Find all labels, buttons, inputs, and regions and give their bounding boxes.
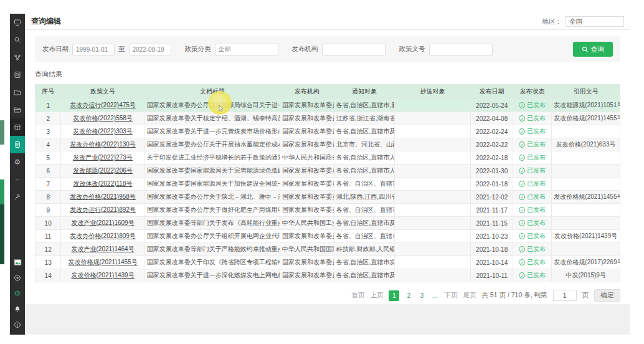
table-row[interactable]: 14 发改价格(2021)1439号 国家发展改革委关于进一步深化燃煤发电上网电… [36,269,620,282]
published-check-icon [519,272,525,279]
cell-doc-no: 发改办运行(2021)892号 [61,204,144,217]
table-row[interactable]: 8 发改办价格(2021)958号 国家发展改革委办公厅关于陕北－湖北、雅中－江… [36,191,620,204]
table-row[interactable]: 5 发改产业(2022)273号 关于印发促进工业经济平稳增长的若干政策的通知 … [36,151,620,165]
table-row[interactable]: 1 发改办运行(2022)475号 国家发展改革委办公厅国家能源局综合司关于进一… [36,99,620,112]
archive-icon[interactable] [10,118,25,136]
page-number[interactable]: 2 [405,292,412,299]
doc-no-link[interactable]: 发改产业(2022)273号 [73,154,133,161]
first-page-button[interactable]: 首页 [351,291,364,300]
doc-no-link[interactable]: 发改价格(2022)303号 [73,128,133,135]
cell-status: 已发布 [513,191,552,204]
next-page-button[interactable]: 下页 [444,291,457,300]
doc-search-icon[interactable] [10,66,25,84]
region-input[interactable] [566,16,624,27]
image-thumb-icon[interactable] [10,254,25,270]
status-text: 已发布 [527,206,546,214]
table-header-row: 序号 政策文号 文档标题 发布机构 通知对象 抄送对象 发布日期 发布状态 引用… [36,85,620,99]
cell-cited: 发改价格规(2021)1455号 [552,191,620,204]
cell-status: 已发布 [513,138,552,151]
bell-icon[interactable] [10,301,25,317]
doc-no-input[interactable] [429,44,493,55]
folder-open-icon[interactable] [10,101,25,118]
table-row[interactable]: 13 发改价格规(2021)1455号 国家发展改革委关于印发《跨省跨区专项工程… [36,256,620,269]
doc-no-link[interactable]: 发改体改(2022)118号 [73,180,133,187]
col-header-agency: 发布机构 [280,85,334,99]
search-button[interactable]: 查询 [573,42,613,57]
cell-no: 9 [36,204,61,217]
cell-date: 2022-02-24 [471,125,513,138]
cell-date: 2022-05-24 [471,99,513,112]
table-row[interactable]: 3 发改价格(2022)303号 国家发展改革委关于进一步完善煤炭市场价格形成机… [36,125,620,138]
cell-notify: 各省、自治区、直辖市人 [334,178,394,191]
doc-no-link[interactable]: 发改价格(2022)558号 [73,115,133,122]
gear-icon[interactable]: ⚙ [10,153,25,171]
status-text: 已发布 [527,193,546,201]
status-text: 已发布 [527,153,546,162]
date-to-input[interactable] [129,44,171,55]
table-row[interactable]: 10 发改产业(2021)1609号 国家发展改革委等部门关于发布《高耗能行业重… [36,217,620,230]
doc-no-link[interactable]: 发改价格(2021)1439号 [72,272,135,279]
cell-agency: 中华人民共和国工业和信 [280,217,334,230]
cell-cited [552,217,620,230]
doc-no-link[interactable]: 发改办价格(2021)958号 [70,193,136,200]
cursor-icon [218,105,224,112]
monitor-edit-icon[interactable] [10,14,25,31]
search-button-label: 查询 [591,45,605,54]
cell-notify: 各省,自治区,直辖市人民政 [334,151,394,165]
table-row[interactable]: 7 发改体改(2022)118号 国家发展改革委国家能源局关于加快建设全国统一电… [36,178,620,191]
last-page-button[interactable]: 尾页 [463,291,476,300]
cell-cited: 发改价格规(2021)1455号 [552,112,620,125]
category-input[interactable] [215,44,278,55]
more-icon[interactable]: ·· [10,171,25,188]
cell-doc-no: 发改产业(2021)1464号 [61,243,144,256]
prev-page-button[interactable]: 上页 [370,291,383,300]
confirm-button[interactable]: 确定 [594,289,620,302]
date-from-input[interactable] [72,44,115,55]
cell-doc-no: 发改价格(2022)558号 [61,112,144,125]
cell-no: 2 [36,112,61,125]
table-row[interactable]: 2 发改价格(2022)558号 国家发展改革委关于核定宁绍、酒湖、锡泰特高压直… [36,112,620,125]
flow-icon[interactable] [10,49,25,66]
doc-no-link[interactable]: 发改办运行(2022)475号 [70,102,136,108]
status-text: 已发布 [527,245,546,254]
doc-no-link[interactable]: 发改办价格(2021)809号 [70,232,136,239]
document-icon[interactable] [10,136,25,153]
page-number[interactable]: 1 [389,290,399,301]
doc-no-link[interactable]: 发改能源(2022)206号 [73,167,133,174]
results-title: 查询结果 [35,70,620,79]
cell-status: 已发布 [513,204,552,217]
folder-icon[interactable] [10,84,25,101]
cell-notify: 各省,自治区,直辖市发展改 [334,256,394,269]
compass-icon[interactable] [10,270,25,285]
cell-no: 6 [36,165,61,178]
doc-no-link[interactable]: 发改产业(2021)1609号 [72,219,135,226]
info-icon[interactable] [10,317,25,332]
page-number[interactable]: 3 [418,292,425,299]
agency-input[interactable] [322,44,386,55]
table-row[interactable]: 4 发改办价格(2022)130号 国家发展改革委办公厅关于开展抽水蓄能定价成本… [36,138,620,151]
cell-title: 国家发展改革委关于核定宁绍、酒湖、锡泰特高压直流工程输 [144,112,280,125]
doc-no-link[interactable]: 发改办运行(2021)892号 [70,206,136,213]
green-gear-icon[interactable]: ⚙ [10,285,25,301]
status-text: 已发布 [527,127,546,136]
cell-no: 7 [36,178,61,191]
cell-status: 已发布 [513,165,552,178]
cell-doc-no: 发改办价格(2022)130号 [61,138,144,151]
doc-no-link[interactable]: 发改产业(2021)1464号 [72,246,135,252]
table-row[interactable]: 6 发改能源(2022)206号 国家发展改革委国家能源局关于完善能源绿色低碳转… [36,165,620,178]
doc-no-link[interactable]: 发改价格规(2021)1455号 [69,259,138,265]
screen: ⚙ ·· ⚙ [0,0,644,344]
status-text: 已发布 [527,166,546,175]
table-row[interactable]: 12 发改产业(2021)1464号 国家发展改革委等部门关于严格能效约束推动重… [36,243,620,256]
cell-date: 2022-02-22 [471,138,513,151]
table-row[interactable]: 9 发改办运行(2021)892号 国家发展改革委办公厅关于做好化肥生产用煤用电… [36,204,620,217]
table-row[interactable]: 11 发改办价格(2021)809号 国家发展改革委办公厅关于组织开展电网企业代… [36,230,620,243]
pin-icon[interactable] [10,188,25,206]
cell-cc [395,178,471,191]
doc-no-link[interactable]: 发改办价格(2022)130号 [70,141,136,148]
page-title: 查询编辑 [31,16,61,27]
published-check-icon [519,128,525,135]
search-icon[interactable] [10,31,25,49]
cell-cited: 发改价格(2021)633号 [552,138,620,151]
goto-page-input[interactable] [553,290,577,301]
